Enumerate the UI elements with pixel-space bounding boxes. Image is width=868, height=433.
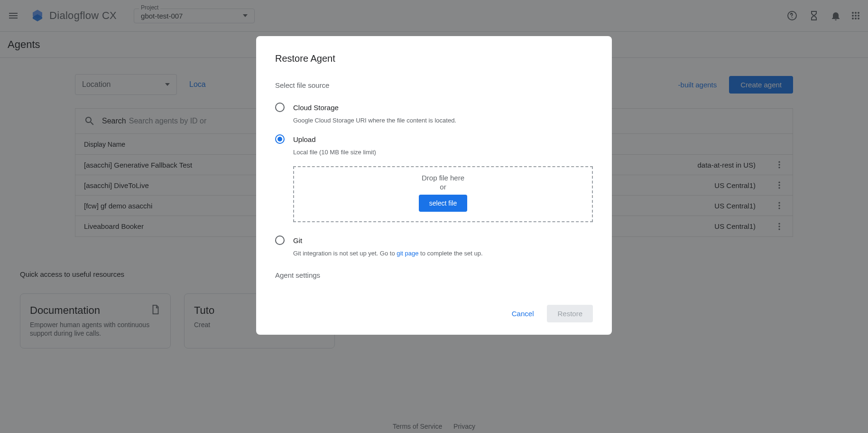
- radio-checked-icon[interactable]: [275, 134, 285, 144]
- file-source-label: Select file source: [275, 81, 593, 89]
- git-page-link[interactable]: git page: [397, 250, 418, 257]
- agent-settings-label: Agent settings: [275, 271, 593, 279]
- option-cloud-storage[interactable]: Cloud Storage Google Cloud Storage URI w…: [275, 103, 593, 124]
- restore-agent-dialog: Restore Agent Select file source Cloud S…: [256, 36, 612, 335]
- select-file-button[interactable]: select file: [419, 195, 467, 212]
- radio-unchecked-icon[interactable]: [275, 103, 285, 112]
- file-dropzone[interactable]: Drop file here or select file: [293, 166, 593, 222]
- option-git[interactable]: Git Git integration is not set up yet. G…: [275, 235, 593, 257]
- git-desc: Git integration is not set up yet. Go to…: [293, 250, 593, 257]
- restore-button: Restore: [547, 305, 593, 322]
- cancel-button[interactable]: Cancel: [508, 305, 538, 322]
- dialog-title: Restore Agent: [275, 53, 593, 64]
- radio-unchecked-icon[interactable]: [275, 235, 285, 245]
- option-upload[interactable]: Upload Local file (10 MB file size limit…: [275, 134, 593, 222]
